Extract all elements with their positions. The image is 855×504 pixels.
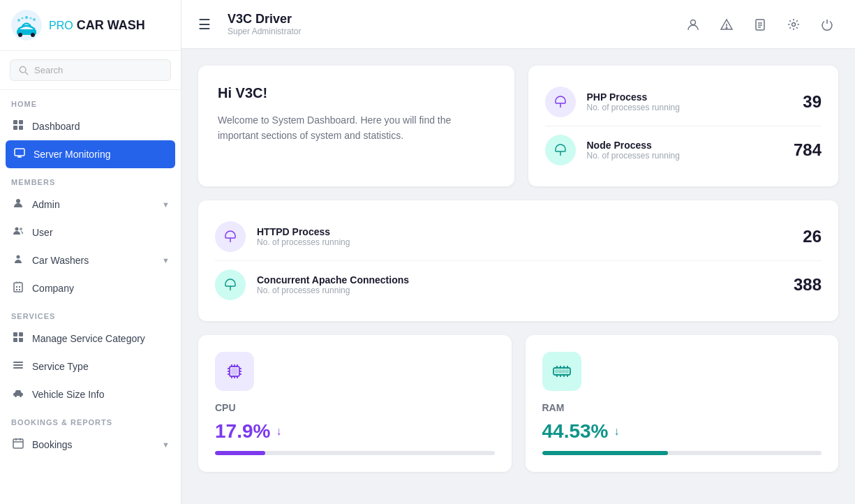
page-subtitle: Super Administrator <box>228 27 671 36</box>
ram-arrow-down: ↓ <box>614 425 619 438</box>
svg-point-43 <box>691 20 696 24</box>
welcome-body: Welcome to System Dashboard. Here you wi… <box>218 112 495 144</box>
apache-icon-wrap <box>215 269 246 300</box>
svg-rect-71 <box>559 370 561 373</box>
chevron-icon-carwashers: ▼ <box>162 256 170 265</box>
svg-rect-31 <box>13 338 17 342</box>
sidebar-item-bookings[interactable]: Bookings ▼ <box>0 431 181 459</box>
svg-point-19 <box>15 228 19 231</box>
svg-rect-12 <box>19 120 23 124</box>
section-members: MEMBERS <box>0 168 181 191</box>
svg-line-10 <box>25 72 28 75</box>
search-label: Search <box>34 65 63 75</box>
httpd-apache-card: HTTPD Process No. of processes running 2… <box>198 200 838 321</box>
clipboard-icon[interactable] <box>749 13 771 36</box>
logo-carwash: CAR WASH <box>73 18 145 32</box>
car-icon <box>11 387 25 401</box>
sidebar-item-vehicle-size[interactable]: Vehicle Size Info <box>0 380 181 408</box>
httpd-count: 26 <box>803 227 821 246</box>
list-icon <box>11 360 25 373</box>
person-icon <box>11 198 25 212</box>
row-1: Hi V3C! Welcome to System Dashboard. Her… <box>198 66 838 186</box>
apache-count: 388 <box>794 275 821 295</box>
svg-rect-24 <box>19 286 20 288</box>
cpu-label: CPU <box>215 402 495 413</box>
alert-icon[interactable] <box>715 13 738 36</box>
svg-rect-23 <box>16 286 17 288</box>
sidebar-logo: PRO CAR WASH <box>0 0 181 51</box>
ram-value: 44.53% ↓ <box>542 420 822 443</box>
svg-point-37 <box>15 395 17 397</box>
sidebar-item-company[interactable]: Company <box>0 274 181 302</box>
sidebar-service-type-label: Service Type <box>32 361 170 372</box>
svg-rect-26 <box>19 289 20 290</box>
svg-point-50 <box>792 22 796 26</box>
sidebar-item-user[interactable]: User <box>0 218 181 246</box>
svg-point-4 <box>17 19 20 22</box>
svg-point-45 <box>726 27 727 29</box>
svg-point-9 <box>20 66 26 73</box>
people-icon <box>11 225 25 239</box>
svg-rect-56 <box>232 369 237 374</box>
logo-icon <box>11 10 42 40</box>
power-icon[interactable] <box>816 13 838 36</box>
sidebar-vehicle-size-label: Vehicle Size Info <box>32 389 170 400</box>
php-count: 39 <box>803 92 821 112</box>
cpu-bar <box>215 451 495 455</box>
grid-small-icon <box>11 332 25 346</box>
gear-icon[interactable] <box>782 13 805 36</box>
process-row-apache: Concurrent Apache Connections No. of pro… <box>215 260 821 309</box>
cpu-bar-fill <box>215 451 265 455</box>
svg-rect-32 <box>19 338 23 342</box>
ram-bar-fill <box>542 451 668 455</box>
sidebar-item-server-monitoring[interactable]: Server Monitoring <box>6 140 175 168</box>
ram-card: RAM 44.53% ↓ <box>526 335 839 472</box>
apache-label: Concurrent Apache Connections <box>257 274 782 286</box>
process-row-httpd: HTTPD Process No. of processes running 2… <box>215 213 821 260</box>
apache-info: Concurrent Apache Connections No. of pro… <box>257 274 782 295</box>
svg-rect-72 <box>563 370 565 373</box>
svg-rect-11 <box>13 120 17 124</box>
sidebar-item-manage-service-category[interactable]: Manage Service Category <box>0 325 181 353</box>
httpd-sublabel: No. of processes running <box>257 237 791 247</box>
process-row-node: Node Process No. of processes running 78… <box>545 126 822 174</box>
sidebar-search[interactable]: Search <box>0 51 181 90</box>
svg-rect-22 <box>14 283 22 292</box>
svg-point-38 <box>20 395 22 397</box>
sidebar-server-monitoring-label: Server Monitoring <box>34 149 168 160</box>
sidebar-item-service-type[interactable]: Service Type <box>0 353 181 380</box>
httpd-icon-wrap <box>215 221 246 252</box>
user-icon[interactable] <box>682 13 704 36</box>
svg-rect-35 <box>13 367 23 369</box>
sidebar-item-dashboard[interactable]: Dashboard <box>0 112 181 140</box>
menu-icon[interactable]: ☰ <box>198 16 211 33</box>
apache-sublabel: No. of processes running <box>257 286 782 295</box>
sidebar-item-admin[interactable]: Admin ▼ <box>0 191 181 218</box>
svg-point-21 <box>17 255 20 259</box>
sidebar: PRO CAR WASH Search HOME Dashboard Serve… <box>0 0 181 504</box>
sidebar-item-car-washers[interactable]: Car Washers ▼ <box>0 246 181 274</box>
topbar-icons <box>682 13 838 36</box>
svg-point-5 <box>22 17 24 20</box>
cpu-icon-wrap <box>215 352 254 391</box>
httpd-info: HTTPD Process No. of processes running <box>257 226 791 247</box>
php-icon-wrap <box>545 87 576 117</box>
svg-point-3 <box>31 33 35 37</box>
row-3: CPU 17.9% ↓ <box>198 335 838 472</box>
logo-pro: PRO <box>49 20 73 31</box>
ram-icon-wrap <box>542 352 581 391</box>
section-home: HOME <box>0 90 181 112</box>
node-sublabel: No. of processes running <box>587 151 782 161</box>
svg-point-6 <box>25 16 28 19</box>
svg-rect-25 <box>16 289 17 290</box>
svg-rect-34 <box>13 364 23 366</box>
svg-rect-30 <box>19 332 23 336</box>
monitor-icon <box>13 147 27 161</box>
svg-point-20 <box>20 228 22 230</box>
svg-rect-15 <box>15 149 24 156</box>
svg-rect-73 <box>566 370 568 373</box>
search-box[interactable]: Search <box>10 59 171 81</box>
php-sublabel: No. of processes running <box>587 103 792 112</box>
svg-point-7 <box>30 17 32 20</box>
php-info: PHP Process No. of processes running <box>587 91 792 112</box>
